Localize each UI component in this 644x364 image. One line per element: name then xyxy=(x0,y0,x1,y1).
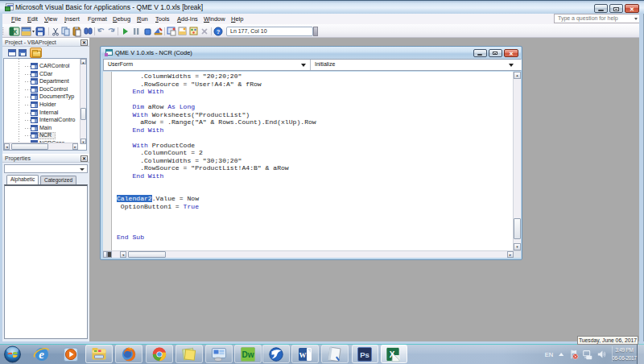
svg-text:X: X xyxy=(390,350,395,359)
svg-text:?: ? xyxy=(217,28,221,35)
svg-text:X: X xyxy=(13,28,18,35)
svg-text:Dw: Dw xyxy=(242,350,254,359)
svg-text:EN: EN xyxy=(545,351,553,358)
svg-text:Ps: Ps xyxy=(360,350,369,359)
svg-text:W: W xyxy=(299,351,307,359)
